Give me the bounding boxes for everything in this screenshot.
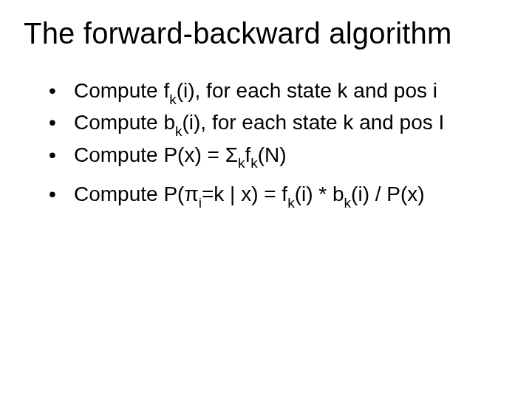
slide-title: The forward-backward algorithm (24, 16, 508, 50)
bullet-item-4: Compute P(πi=k | x) = fk(i) * bk(i) / P(… (49, 180, 508, 211)
bullet-item-3: Compute P(x) = Σkfk(N) (49, 141, 508, 171)
bullet-text: Compute b (74, 111, 175, 134)
subscript: k (238, 155, 245, 171)
subscript: k (287, 195, 295, 211)
bullet-text: (i), for each state k and pos i (177, 79, 437, 102)
subscript: k (175, 123, 183, 139)
subscript: k (344, 195, 352, 211)
subscript: k (250, 155, 258, 171)
bullet-text: (i) / P(x) (351, 183, 425, 205)
bullet-text: (N) (258, 143, 287, 166)
spacer (49, 173, 508, 180)
subscript: k (169, 92, 177, 107)
bullet-text: Compute P(π (74, 183, 199, 205)
slide: The forward-backward algorithm Compute f… (0, 0, 532, 399)
bullet-text: Compute f (74, 79, 169, 102)
bullet-text: =k | x) = f (202, 183, 287, 205)
subscript: i (199, 195, 202, 211)
bullet-text: (i) * b (295, 183, 344, 205)
bullet-item-2: Compute bk(i), for each state k and pos … (49, 109, 508, 139)
bullet-list: Compute fk(i), for each state k and pos … (24, 77, 508, 211)
bullet-text: Compute P(x) = Σ (74, 143, 238, 166)
bullet-item-1: Compute fk(i), for each state k and pos … (49, 77, 508, 107)
bullet-text: (i), for each state k and pos I (182, 111, 444, 134)
